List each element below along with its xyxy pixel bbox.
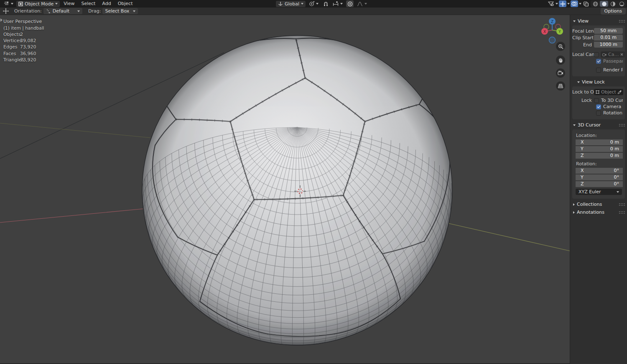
cursor-rotation-y[interactable]: Y0°: [576, 174, 623, 180]
rotation-mode-value: XYZ Euler: [579, 189, 601, 195]
pivot-point-dropdown[interactable]: [307, 1, 321, 7]
shading-mode-group: [591, 0, 626, 7]
proportional-falloff-dropdown[interactable]: [355, 1, 369, 7]
snap-toggle[interactable]: [322, 0, 329, 7]
xray-toggle[interactable]: [582, 0, 590, 7]
view-panel-body: Focal Len… 50 mm Clip Start 0.01 m End 1…: [572, 25, 625, 76]
magnet-icon: [323, 1, 329, 7]
focal-length-field[interactable]: 50 mm: [594, 28, 623, 34]
local-camera-checkbox[interactable]: [594, 52, 599, 57]
active-item-label: (1) item | handball: [3, 25, 44, 30]
rotation-mode-dropdown[interactable]: XYZ Euler: [576, 189, 622, 195]
cursor-rotation-x[interactable]: X0°: [576, 168, 623, 174]
panel-header-view[interactable]: View: [573, 18, 625, 25]
header-bar: Object Mode View Select Add Object Globa…: [0, 0, 627, 8]
scene-statistics: Objects2 Vertices39,082 Edges73,920 Face…: [3, 32, 36, 63]
perspective-toggle-button[interactable]: [556, 81, 565, 91]
cursor-rotation-z[interactable]: Z0°: [576, 181, 623, 187]
toolbar-expand-arrow[interactable]: [0, 18, 3, 22]
orientation-select[interactable]: Default: [43, 8, 82, 14]
proportional-editing-toggle[interactable]: [346, 0, 354, 7]
gizmo-icon: [560, 1, 566, 7]
camera-to-view-label: Camera to Vi…: [603, 104, 623, 109]
pan-button[interactable]: [556, 56, 565, 65]
lock-to-3d-cursor-checkbox[interactable]: [594, 98, 599, 103]
camera-icon: [602, 53, 607, 56]
pivot-point-icon: [309, 1, 314, 7]
eyedropper-icon[interactable]: [618, 90, 622, 94]
3d-viewport[interactable]: User Perspective (1) item | handball Obj…: [0, 15, 570, 364]
camera-to-view-checkbox[interactable]: [596, 104, 601, 109]
close-icon[interactable]: [620, 53, 623, 56]
chevron-down-icon: [573, 20, 576, 22]
menu-view[interactable]: View: [61, 0, 77, 7]
zoom-button[interactable]: [556, 42, 565, 51]
move-tool-icon: [3, 8, 9, 14]
snap-with-dropdown[interactable]: [331, 1, 345, 7]
object-mode-icon: [18, 2, 23, 6]
drag-select[interactable]: Select Box: [102, 8, 138, 14]
menu-select[interactable]: Select: [78, 0, 98, 7]
panel-header-annotations[interactable]: Annotations: [573, 209, 625, 216]
orientation-label: Orientation:: [13, 8, 43, 14]
orientation-select-value: Default: [53, 8, 69, 14]
panel-header-collections[interactable]: Collections: [573, 201, 625, 208]
lock-to-object-field[interactable]: Object: [594, 89, 623, 95]
render-region-checkbox[interactable]: [596, 68, 601, 73]
panel-drag-handle[interactable]: [619, 203, 625, 206]
editor-type-button[interactable]: [1, 1, 15, 7]
orthographic-grid-icon: [558, 83, 563, 88]
chevron-down-icon: [577, 81, 580, 83]
chevron-right-icon: [573, 211, 575, 214]
panel-drag-handle[interactable]: [619, 20, 625, 23]
navigation-gizmo[interactable]: Z X Y: [538, 16, 566, 43]
menu-add[interactable]: Add: [99, 0, 114, 7]
options-button[interactable]: Options: [601, 8, 626, 15]
cursor-location-label: Location:: [576, 133, 623, 138]
shading-material-button[interactable]: [609, 1, 617, 7]
handball-mesh-object[interactable]: [142, 35, 452, 345]
tool-settings-bar: Orientation: Default Drag: Select Box Op…: [0, 8, 627, 15]
drag-select-value: Select Box: [105, 8, 129, 14]
clip-end-field[interactable]: 1000 m: [594, 42, 623, 48]
local-camera-field[interactable]: Ca…: [601, 51, 625, 58]
panel-title: Annotations: [577, 210, 604, 215]
orientation-default-icon: [46, 9, 51, 13]
cursor-location-y[interactable]: Y0 m: [576, 146, 623, 152]
panel-header-3d-cursor[interactable]: 3D Cursor: [573, 121, 625, 129]
n-panel-sidebar: View Focal Len… 50 mm Clip Start 0.01 m …: [570, 15, 627, 364]
show-overlays-toggle[interactable]: [571, 0, 578, 7]
svg-text:Y: Y: [558, 30, 561, 34]
projection-label: User Perspective: [3, 19, 44, 24]
mode-selector[interactable]: Object Mode: [16, 1, 60, 7]
shading-solid-button[interactable]: [600, 1, 608, 7]
svg-text:Z: Z: [551, 20, 553, 24]
passepartout-checkbox[interactable]: [596, 59, 601, 64]
lock-to-3d-cursor-label: To 3D Cursor: [601, 98, 623, 103]
gizmo-axis-neg-z[interactable]: [549, 37, 556, 43]
lock-rotation-checkbox[interactable]: [596, 111, 601, 116]
render-region-label: Render Regi…: [603, 67, 623, 73]
view-info-overlay: User Perspective (1) item | handball: [3, 19, 44, 30]
panel-header-view-lock[interactable]: View Lock: [577, 78, 625, 86]
show-gizmo-toggle[interactable]: [559, 0, 566, 7]
clip-start-field[interactable]: 0.01 m: [594, 35, 623, 40]
shading-wireframe-button[interactable]: [591, 1, 599, 7]
viewport-canvas[interactable]: [0, 15, 570, 364]
menu-object[interactable]: Object: [115, 0, 136, 7]
shading-rendered-button[interactable]: [617, 1, 626, 7]
cursor-location-z[interactable]: Z0 m: [576, 153, 623, 159]
lock-to-object-label: Lock to O…: [572, 89, 594, 95]
clip-end-label: End: [572, 42, 594, 48]
cursor-rotation-label: Rotation:: [576, 161, 623, 167]
xray-icon: [583, 1, 589, 7]
lock-label: Lock: [572, 98, 594, 103]
camera-view-button[interactable]: [556, 68, 565, 78]
chevron-down-icon: [573, 124, 576, 126]
object-visibility-dropdown[interactable]: [547, 0, 555, 7]
panel-drag-handle[interactable]: [619, 211, 625, 214]
panel-drag-handle[interactable]: [619, 124, 625, 127]
transform-orientation-dropdown[interactable]: Global: [276, 1, 306, 7]
clip-start-label: Clip Start: [572, 35, 594, 40]
cursor-location-x[interactable]: X0 m: [576, 139, 623, 145]
